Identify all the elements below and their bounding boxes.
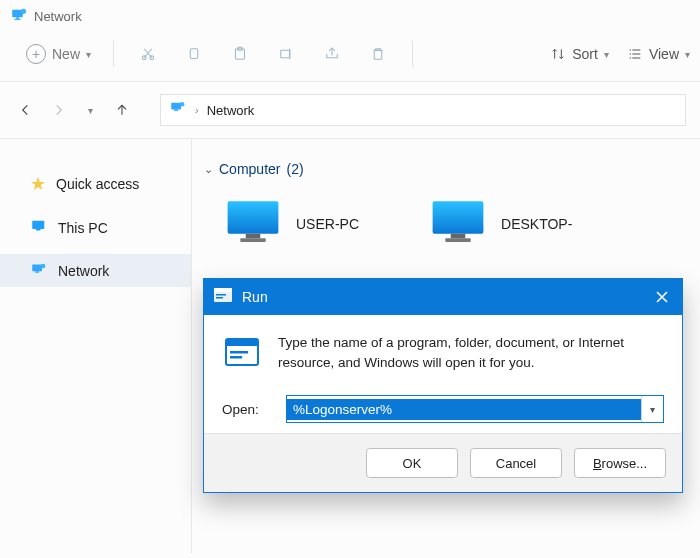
svg-rect-27 [216,294,226,296]
run-app-icon [222,333,262,373]
chevron-down-icon: ▾ [604,49,609,60]
svg-rect-11 [171,103,181,110]
close-icon [655,290,669,304]
svg-rect-12 [174,110,178,112]
svg-rect-18 [35,271,39,273]
sidebar-item-label: Network [58,263,109,279]
plus-icon: + [26,44,46,64]
svg-rect-19 [228,201,279,234]
open-combobox[interactable]: ▾ [286,395,664,423]
run-dialog: Run Type the name of a program, folder, … [203,278,683,493]
svg-rect-30 [226,339,258,346]
ok-button[interactable]: OK [366,448,458,478]
svg-point-13 [180,102,185,107]
svg-rect-9 [281,50,290,58]
svg-rect-1 [16,17,19,19]
network-icon [30,260,48,281]
svg-rect-31 [230,351,248,354]
svg-rect-2 [15,19,21,20]
forward-button[interactable] [46,98,70,122]
sort-icon [550,46,566,62]
separator [412,41,413,67]
star-icon: ★ [30,173,46,195]
computer-item[interactable]: USER-PC [224,197,359,251]
delete-button[interactable] [360,39,396,69]
chevron-down-icon: ▾ [685,49,690,60]
paste-button[interactable] [222,39,258,69]
monitor-icon [30,217,48,238]
run-description: Type the name of a program, folder, docu… [278,333,664,372]
close-button[interactable] [652,287,672,307]
chevron-down-icon: ▾ [86,49,91,60]
group-header[interactable]: ⌄ Computer (2) [202,161,690,177]
computer-name: USER-PC [296,216,359,232]
dropdown-button[interactable]: ▾ [641,396,663,422]
chevron-down-icon: ⌄ [204,163,213,176]
browse-button[interactable]: Browse... [574,448,666,478]
chevron-right-icon: › [195,104,199,116]
run-titlebar[interactable]: Run [204,279,682,315]
group-count: (2) [286,161,303,177]
open-input[interactable] [287,399,641,420]
network-icon [169,99,187,121]
svg-rect-26 [214,288,232,292]
svg-rect-21 [240,238,265,242]
svg-point-3 [21,9,26,14]
run-button-row: OK Cancel Browse... [204,433,682,492]
sidebar-item-this-pc[interactable]: This PC [0,211,191,244]
network-icon [10,6,28,27]
new-button[interactable]: + New ▾ [20,40,97,68]
chevron-down-icon: ▾ [88,105,93,116]
svg-rect-14 [32,221,44,229]
svg-rect-20 [246,234,261,239]
address-bar[interactable]: › Network [160,94,686,126]
sidebar-item-network[interactable]: Network [0,254,191,287]
view-icon [627,46,643,62]
svg-rect-24 [445,238,470,242]
sort-button[interactable]: Sort ▾ [550,46,609,62]
chevron-down-icon: ▾ [650,404,655,415]
computer-item[interactable]: DESKTOP- [429,197,572,251]
svg-rect-15 [36,229,41,231]
sidebar-item-label: This PC [58,220,108,236]
window-title-text: Network [34,9,82,24]
recent-button[interactable]: ▾ [78,98,102,122]
rename-button[interactable] [268,39,304,69]
open-label: Open: [222,402,274,417]
back-button[interactable] [14,98,38,122]
copy-button[interactable] [176,39,212,69]
run-app-icon [214,288,232,306]
breadcrumb-location[interactable]: Network [207,103,255,118]
monitor-icon [429,197,487,251]
cut-button[interactable] [130,39,166,69]
view-button[interactable]: View ▾ [627,46,690,62]
svg-point-17 [41,264,46,269]
sidebar-item-quick-access[interactable]: ★ Quick access [0,167,191,201]
sidebar-item-label: Quick access [56,176,139,192]
computer-name: DESKTOP- [501,216,572,232]
sidebar: ★ Quick access This PC Network [0,139,192,553]
svg-rect-23 [451,234,466,239]
toolbar: + New ▾ Sort ▾ View ▾ [0,33,700,82]
nav-row: ▾ › Network [0,82,700,139]
run-title: Run [242,289,268,305]
svg-rect-32 [230,356,242,359]
svg-rect-22 [433,201,484,234]
svg-rect-16 [32,265,42,272]
monitor-icon [224,197,282,251]
svg-rect-10 [374,50,382,59]
window-titlebar: Network [0,0,700,33]
svg-rect-28 [216,297,223,299]
cancel-button[interactable]: Cancel [470,448,562,478]
group-label: Computer [219,161,280,177]
sort-label: Sort [572,46,598,62]
share-button[interactable] [314,39,350,69]
up-button[interactable] [110,98,134,122]
separator [113,41,114,67]
new-button-label: New [52,46,80,62]
svg-rect-6 [190,49,198,59]
view-label: View [649,46,679,62]
